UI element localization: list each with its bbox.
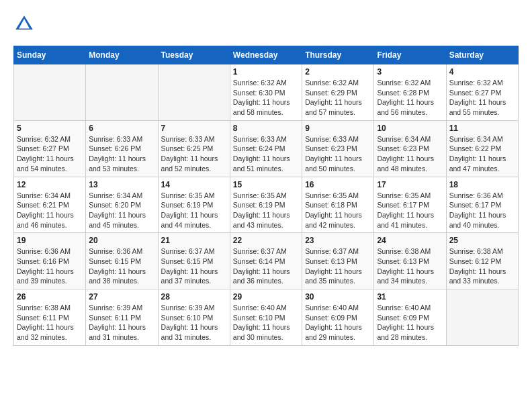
day-number: 6 [89,124,154,133]
day-number: 23 [305,236,371,245]
day-info: Sunrise: 6:32 AM Sunset: 6:29 PM Dayligh… [305,78,371,118]
day-cell: 17Sunrise: 6:35 AM Sunset: 6:17 PM Dayli… [374,177,446,233]
day-info: Sunrise: 6:39 AM Sunset: 6:11 PM Dayligh… [89,303,154,342]
day-info: Sunrise: 6:35 AM Sunset: 6:18 PM Dayligh… [305,191,371,230]
day-info: Sunrise: 6:40 AM Sunset: 6:09 PM Dayligh… [305,303,371,342]
day-cell: 22Sunrise: 6:37 AM Sunset: 6:14 PM Dayli… [230,233,302,289]
day-number: 11 [449,124,515,133]
day-info: Sunrise: 6:34 AM Sunset: 6:21 PM Dayligh… [17,191,83,230]
day-info: Sunrise: 6:32 AM Sunset: 6:27 PM Dayligh… [17,134,83,174]
day-info: Sunrise: 6:33 AM Sunset: 6:25 PM Dayligh… [161,134,227,174]
weekday-header-tuesday: Tuesday [158,46,230,64]
day-info: Sunrise: 6:36 AM Sunset: 6:15 PM Dayligh… [89,246,154,286]
day-cell [446,289,518,346]
day-cell: 4Sunrise: 6:32 AM Sunset: 6:27 PM Daylig… [446,64,518,121]
day-cell: 2Sunrise: 6:32 AM Sunset: 6:29 PM Daylig… [302,64,374,121]
day-info: Sunrise: 6:38 AM Sunset: 6:11 PM Dayligh… [17,303,83,342]
day-cell: 16Sunrise: 6:35 AM Sunset: 6:18 PM Dayli… [302,177,374,233]
day-number: 4 [449,67,515,77]
day-info: Sunrise: 6:40 AM Sunset: 6:09 PM Dayligh… [377,303,443,342]
day-number: 19 [17,236,83,245]
day-number: 16 [305,180,371,189]
calendar-table: SundayMondayTuesdayWednesdayThursdayFrid… [13,46,519,346]
weekday-header-saturday: Saturday [446,46,518,64]
day-number: 21 [161,236,227,245]
weekday-header-sunday: Sunday [14,46,86,64]
week-row-2: 5Sunrise: 6:32 AM Sunset: 6:27 PM Daylig… [14,120,519,177]
day-number: 22 [233,236,299,245]
day-number: 12 [17,180,83,189]
day-info: Sunrise: 6:34 AM Sunset: 6:20 PM Dayligh… [89,191,154,230]
weekday-header-monday: Monday [86,46,158,64]
day-number: 20 [89,236,154,245]
week-row-1: 1Sunrise: 6:32 AM Sunset: 6:30 PM Daylig… [14,64,519,121]
day-info: Sunrise: 6:35 AM Sunset: 6:17 PM Dayligh… [377,191,443,230]
day-cell: 23Sunrise: 6:37 AM Sunset: 6:13 PM Dayli… [302,233,374,289]
day-info: Sunrise: 6:33 AM Sunset: 6:24 PM Dayligh… [233,134,299,174]
day-cell: 13Sunrise: 6:34 AM Sunset: 6:20 PM Dayli… [86,177,158,233]
day-number: 2 [305,67,371,77]
day-info: Sunrise: 6:34 AM Sunset: 6:22 PM Dayligh… [449,134,515,174]
day-cell: 31Sunrise: 6:40 AM Sunset: 6:09 PM Dayli… [374,289,446,346]
calendar-body: 1Sunrise: 6:32 AM Sunset: 6:30 PM Daylig… [14,64,519,346]
day-number: 10 [377,124,443,133]
day-cell: 6Sunrise: 6:33 AM Sunset: 6:26 PM Daylig… [86,120,158,177]
day-number: 9 [305,124,371,133]
day-cell: 3Sunrise: 6:32 AM Sunset: 6:28 PM Daylig… [374,64,446,121]
weekday-header-thursday: Thursday [302,46,374,64]
day-info: Sunrise: 6:39 AM Sunset: 6:10 PM Dayligh… [161,303,227,342]
day-cell: 20Sunrise: 6:36 AM Sunset: 6:15 PM Dayli… [86,233,158,289]
week-row-4: 19Sunrise: 6:36 AM Sunset: 6:16 PM Dayli… [14,233,519,289]
day-info: Sunrise: 6:35 AM Sunset: 6:19 PM Dayligh… [233,191,299,230]
day-info: Sunrise: 6:35 AM Sunset: 6:19 PM Dayligh… [161,191,227,230]
day-cell: 26Sunrise: 6:38 AM Sunset: 6:11 PM Dayli… [14,289,86,346]
day-number: 7 [161,124,227,133]
day-cell: 21Sunrise: 6:37 AM Sunset: 6:15 PM Dayli… [158,233,230,289]
day-cell: 1Sunrise: 6:32 AM Sunset: 6:30 PM Daylig… [230,64,302,121]
day-info: Sunrise: 6:37 AM Sunset: 6:14 PM Dayligh… [233,246,299,286]
day-cell: 24Sunrise: 6:38 AM Sunset: 6:13 PM Dayli… [374,233,446,289]
day-number: 13 [89,180,154,189]
day-cell: 14Sunrise: 6:35 AM Sunset: 6:19 PM Dayli… [158,177,230,233]
day-number: 29 [233,292,299,302]
day-number: 28 [161,292,227,302]
day-cell: 11Sunrise: 6:34 AM Sunset: 6:22 PM Dayli… [446,120,518,177]
day-number: 5 [17,124,83,133]
day-cell: 5Sunrise: 6:32 AM Sunset: 6:27 PM Daylig… [14,120,86,177]
day-number: 15 [233,180,299,189]
day-cell: 30Sunrise: 6:40 AM Sunset: 6:09 PM Dayli… [302,289,374,346]
day-cell: 9Sunrise: 6:33 AM Sunset: 6:23 PM Daylig… [302,120,374,177]
day-info: Sunrise: 6:34 AM Sunset: 6:23 PM Dayligh… [377,134,443,174]
week-row-5: 26Sunrise: 6:38 AM Sunset: 6:11 PM Dayli… [14,289,519,346]
page-header [13,13,519,35]
day-cell: 15Sunrise: 6:35 AM Sunset: 6:19 PM Dayli… [230,177,302,233]
day-number: 30 [305,292,371,302]
day-number: 8 [233,124,299,133]
day-info: Sunrise: 6:37 AM Sunset: 6:15 PM Dayligh… [161,246,227,286]
weekday-row: SundayMondayTuesdayWednesdayThursdayFrid… [14,46,519,64]
day-number: 24 [377,236,443,245]
day-info: Sunrise: 6:32 AM Sunset: 6:30 PM Dayligh… [233,78,299,118]
day-cell [158,64,230,121]
day-info: Sunrise: 6:40 AM Sunset: 6:10 PM Dayligh… [233,303,299,342]
day-number: 26 [17,292,83,302]
calendar-header: SundayMondayTuesdayWednesdayThursdayFrid… [14,46,519,64]
day-info: Sunrise: 6:38 AM Sunset: 6:13 PM Dayligh… [377,246,443,286]
day-cell: 25Sunrise: 6:38 AM Sunset: 6:12 PM Dayli… [446,233,518,289]
day-info: Sunrise: 6:33 AM Sunset: 6:26 PM Dayligh… [89,134,154,174]
day-number: 27 [89,292,154,302]
day-cell: 10Sunrise: 6:34 AM Sunset: 6:23 PM Dayli… [374,120,446,177]
weekday-header-wednesday: Wednesday [230,46,302,64]
day-cell: 28Sunrise: 6:39 AM Sunset: 6:10 PM Dayli… [158,289,230,346]
day-number: 25 [449,236,515,245]
day-number: 1 [233,67,299,77]
day-info: Sunrise: 6:33 AM Sunset: 6:23 PM Dayligh… [305,134,371,174]
day-cell [14,64,86,121]
day-cell: 29Sunrise: 6:40 AM Sunset: 6:10 PM Dayli… [230,289,302,346]
day-cell: 7Sunrise: 6:33 AM Sunset: 6:25 PM Daylig… [158,120,230,177]
logo [13,13,38,35]
day-info: Sunrise: 6:38 AM Sunset: 6:12 PM Dayligh… [449,246,515,286]
day-number: 18 [449,180,515,189]
logo-icon [13,13,35,35]
day-cell: 27Sunrise: 6:39 AM Sunset: 6:11 PM Dayli… [86,289,158,346]
